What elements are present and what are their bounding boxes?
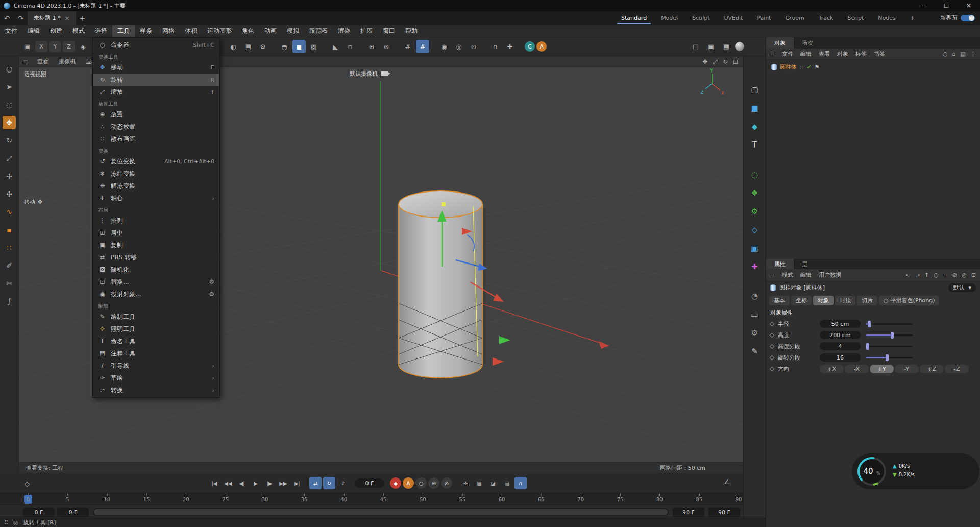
layout-icon[interactable]: ▤ xyxy=(961,51,966,57)
axis-z-button[interactable]: Z xyxy=(63,41,75,52)
tools-menu-item-unfreeze-transform[interactable]: ✳解冻变换 xyxy=(93,180,219,192)
menubar-item[interactable]: 样条 xyxy=(135,25,157,37)
keyframe-snap-toggle[interactable]: ∩ xyxy=(514,477,527,489)
next-key-button[interactable]: ▶▶ xyxy=(277,477,289,489)
attribute-value-input[interactable]: 4 xyxy=(820,342,861,350)
object-name[interactable]: 圆柱体 xyxy=(780,63,797,71)
motion-system-icon[interactable]: ◪ xyxy=(487,477,499,489)
viewport-layout-icon[interactable]: □ xyxy=(689,40,702,53)
menubar-item[interactable]: 创建 xyxy=(45,25,67,37)
undo-button[interactable]: ↶ xyxy=(0,11,14,25)
snap-toggle-button[interactable]: # xyxy=(401,40,414,53)
minimize-button[interactable]: ─ xyxy=(913,0,935,11)
tools-menu-item-move[interactable]: ✥移动E xyxy=(93,61,219,74)
attribute-slider[interactable] xyxy=(866,323,913,325)
dynamics-icon[interactable]: ⚙ xyxy=(747,204,763,219)
axis-settings-button[interactable]: ⊛ xyxy=(380,40,393,53)
viewport-menu-item[interactable]: 摄像机 xyxy=(54,58,81,65)
attribute-tab[interactable]: 属性 xyxy=(766,259,794,269)
close-button[interactable]: ✕ xyxy=(958,0,980,11)
tools-menu-item-freeze-transform[interactable]: ❄冻结变换 xyxy=(93,167,219,180)
axis-toggle-button[interactable]: ⊕ xyxy=(365,40,378,53)
field-icon[interactable]: ◌ xyxy=(747,167,763,182)
record-keyframe-button[interactable]: ◆ xyxy=(390,477,401,489)
fix-tool-button[interactable]: ✚ xyxy=(503,40,517,53)
play-button[interactable]: ▶ xyxy=(250,477,262,489)
gear-icon[interactable]: ⚙ xyxy=(209,291,214,298)
asset-badge[interactable]: A xyxy=(536,41,547,52)
object-manager-menu-item[interactable]: 书签 xyxy=(870,50,889,58)
viewport-menu-icon[interactable]: ≡ xyxy=(19,58,32,65)
preset-dropdown[interactable]: 默认 ▾ xyxy=(948,283,976,292)
menubar-item[interactable]: 运动图形 xyxy=(202,25,237,37)
record-parameter-icon[interactable]: ✛ xyxy=(459,477,472,489)
layout-tab-groom[interactable]: Groom xyxy=(778,11,812,25)
direction-option-plusminus-x[interactable]: +X xyxy=(820,365,844,373)
free-transform-icon[interactable]: ✣ xyxy=(3,187,16,201)
layout-grid-icon[interactable]: ⠿ xyxy=(4,519,8,526)
keyframe-diamond-icon[interactable] xyxy=(770,321,775,326)
tools-menu-item-prs-transfer[interactable]: ⇄PRS 转移 xyxy=(93,251,219,264)
object-tree-row[interactable]: 圆柱体∷✓⚑ xyxy=(766,62,980,72)
move-tool-icon[interactable]: ✥ xyxy=(3,116,16,129)
tools-menu-item-annotation-tool[interactable]: ▤注释工具 xyxy=(93,347,219,360)
timeline-scrollbar[interactable] xyxy=(93,508,669,516)
section-tab[interactable]: 切片 xyxy=(857,296,877,305)
selection-brush-icon[interactable]: ◌ xyxy=(3,98,16,111)
gear-badge-icon[interactable]: ⚙ xyxy=(747,326,763,340)
camera-label[interactable]: 默认摄像机 xyxy=(350,70,388,78)
object-manager-menu-item[interactable]: 对象 xyxy=(834,50,852,58)
tools-menu-item-center[interactable]: ⊞居中 xyxy=(93,227,219,239)
preview-start-field[interactable]: 0 F xyxy=(57,508,89,517)
text-tool-icon[interactable]: T xyxy=(747,138,763,152)
preview-end-field[interactable]: 90 F xyxy=(673,508,704,517)
menubar-item[interactable]: 文件 xyxy=(0,25,22,37)
subdivision-icon[interactable]: ◆ xyxy=(747,119,763,134)
snap-point-button[interactable]: ◉ xyxy=(437,40,451,53)
marker-tool-icon[interactable]: ▪ xyxy=(3,223,16,236)
zoom-tool-icon[interactable]: ○ xyxy=(3,62,16,76)
layout-tab-model[interactable]: Model xyxy=(654,11,685,25)
menubar-item[interactable]: 选择 xyxy=(90,25,112,37)
timeline-options-icon[interactable]: ▤ xyxy=(501,477,513,489)
direction-option-minus-z[interactable]: -Z xyxy=(945,365,969,373)
attribute-slider[interactable] xyxy=(866,334,913,336)
axis-modify-icon[interactable]: ✢ xyxy=(3,170,16,183)
tools-menu-item-paint-tool[interactable]: ✎绘制工具 xyxy=(93,310,219,323)
object-manager-menu-item[interactable]: 标签 xyxy=(852,50,870,58)
focus-icon[interactable]: ◎ xyxy=(962,272,967,278)
menubar-item[interactable]: 角色 xyxy=(237,25,259,37)
axis-x-button[interactable]: X xyxy=(35,41,47,52)
layer-dots-icon[interactable]: ∷ xyxy=(800,64,803,70)
attribute-menu-item[interactable]: 模式 xyxy=(778,271,797,279)
live-selection-icon[interactable]: ➤ xyxy=(3,80,16,93)
tools-menu-item-dynamic-place[interactable]: ∴动态放置 xyxy=(93,121,219,133)
viewport-icon[interactable]: ▣ xyxy=(20,40,34,53)
tools-menu-item-light-tool[interactable]: ☼照明工具 xyxy=(93,323,219,335)
search-icon[interactable]: ○ xyxy=(934,272,939,278)
layout-tab-track[interactable]: Track xyxy=(812,11,841,25)
material-ball-icon[interactable] xyxy=(735,42,744,51)
autokey-toggle[interactable]: A xyxy=(403,477,414,489)
record-rotation-toggle[interactable]: ⊗ xyxy=(441,477,452,489)
make-editable-button[interactable]: ◓ xyxy=(278,40,291,53)
knife-tool-icon[interactable]: ✄ xyxy=(3,277,16,290)
direction-option-minus-x[interactable]: -X xyxy=(845,365,869,373)
object-manager-menu-item[interactable]: 查看 xyxy=(815,50,834,58)
attribute-slider[interactable] xyxy=(866,346,913,347)
workplane-lock-button[interactable]: ▫ xyxy=(344,40,357,53)
add-layout-button[interactable]: + xyxy=(903,11,922,25)
slider-knob[interactable] xyxy=(868,321,871,327)
redo-button[interactable]: ↷ xyxy=(14,11,28,25)
more-icon[interactable]: ⋮ xyxy=(970,51,976,57)
status-circle-icon[interactable]: ◔ xyxy=(747,289,763,303)
prev-frame-button[interactable]: ◀| xyxy=(236,477,248,489)
section-tab[interactable]: 坐标 xyxy=(791,296,812,305)
section-tab[interactable]: 基本 xyxy=(769,296,790,305)
add-marker-button[interactable]: ◇ xyxy=(20,477,34,490)
axis-y-button[interactable]: Y xyxy=(49,41,61,52)
menubar-item[interactable]: 窗口 xyxy=(378,25,400,37)
menubar-item[interactable]: 扩展 xyxy=(355,25,378,37)
spline-tool-icon[interactable]: ∫ xyxy=(3,295,16,308)
object-manager-menu-item[interactable]: 文件 xyxy=(778,50,797,58)
